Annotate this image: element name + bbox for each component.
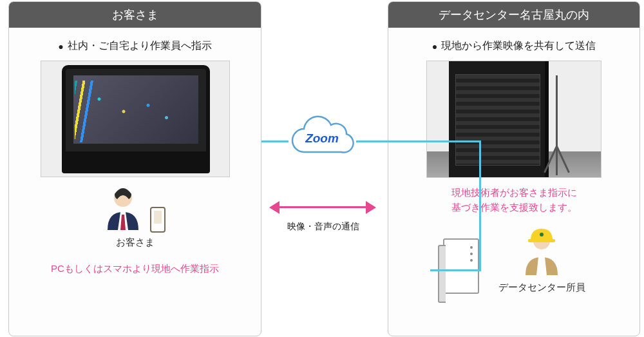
connection-line <box>430 269 481 271</box>
bidirectional-arrow-icon <box>269 200 376 215</box>
datacenter-desc-line2: 基づき作業を支援致します。 <box>451 202 577 213</box>
svg-point-1 <box>540 233 544 236</box>
customer-icon-area: お客さま <box>9 186 261 249</box>
laptop-photo <box>41 61 230 177</box>
cloud-label: Zoom <box>286 131 358 146</box>
connection-label: 映像・音声の通信 <box>277 221 370 233</box>
customer-panel: お客さま 社内・ご自宅より作業員へ指示 お客さま PCもしくはスマホより現地へ作… <box>8 1 261 336</box>
customer-person-icon <box>104 186 142 233</box>
datacenter-staff-icon <box>522 229 562 278</box>
customer-bottom-text: PCもしくはスマホより現地へ作業指示 <box>9 263 261 275</box>
customer-bullet: 社内・ご自宅より作業員へ指示 <box>9 39 261 53</box>
connection-line <box>261 140 289 142</box>
customer-label: お客さま <box>9 236 261 249</box>
datacenter-bullet: 現地から作業映像を共有して送信 <box>388 39 639 53</box>
datacenter-bottom-row: データセンター所員 <box>388 229 639 294</box>
connection-line <box>479 140 481 271</box>
datacenter-panel: データセンター名古屋丸の内 現地から作業映像を共有して送信 現地技術者がお客さま… <box>388 1 640 336</box>
datacenter-panel-title: データセンター名古屋丸の内 <box>388 2 639 28</box>
datacenter-desc: 現地技術者がお客さま指示に 基づき作業を支援致します。 <box>388 186 639 215</box>
customer-panel-title: お客さま <box>9 2 261 28</box>
svg-rect-0 <box>528 239 555 242</box>
datacenter-staff-label: データセンター所員 <box>498 282 585 294</box>
datacenter-desc-line1: 現地技術者がお客さま指示に <box>451 187 577 198</box>
cloud-icon: Zoom <box>286 115 358 161</box>
server-icon <box>443 238 479 294</box>
rack-photo <box>426 61 601 178</box>
smartphone-icon <box>150 207 166 233</box>
connection-line <box>356 140 480 142</box>
